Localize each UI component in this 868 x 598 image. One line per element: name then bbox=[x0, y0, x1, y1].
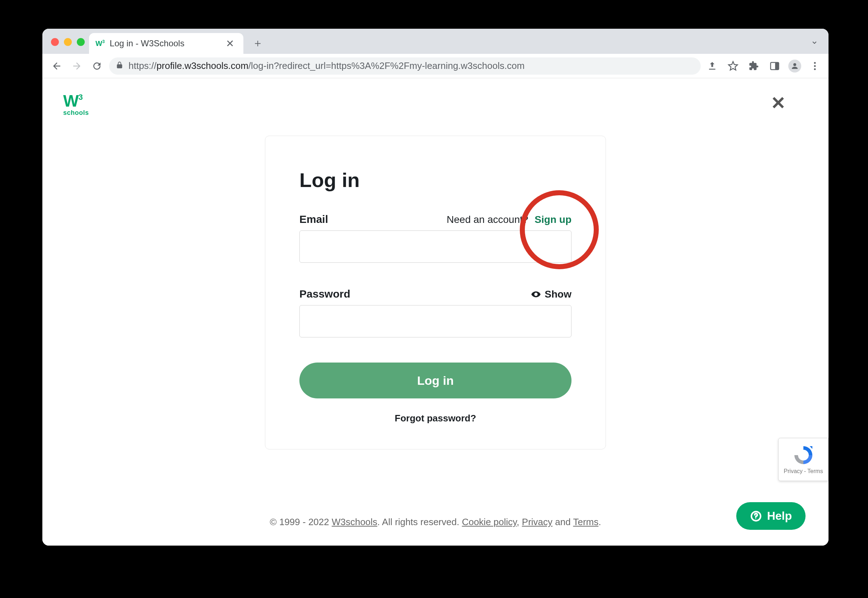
browser-toolbar: https://profile.w3schools.com/log-in?red… bbox=[42, 54, 829, 78]
recaptcha-icon bbox=[793, 444, 814, 466]
footer-brand-link[interactable]: W3schools bbox=[332, 517, 377, 527]
sidepanel-button[interactable] bbox=[768, 59, 782, 73]
email-label: Email bbox=[299, 213, 328, 226]
recaptcha-links: Privacy-Terms bbox=[784, 468, 823, 474]
tab-favicon-icon: W3 bbox=[96, 39, 105, 48]
window-minimize-button[interactable] bbox=[64, 38, 72, 46]
login-card: Log in Email Need an account? Sign up Pa… bbox=[265, 136, 606, 449]
lock-icon bbox=[116, 60, 124, 72]
profile-button[interactable] bbox=[788, 60, 801, 73]
cookie-policy-link[interactable]: Cookie policy bbox=[462, 517, 517, 527]
logo-subtext: schools bbox=[63, 109, 89, 117]
recaptcha-privacy-link[interactable]: Privacy bbox=[784, 468, 802, 474]
browser-menu-button[interactable] bbox=[808, 59, 822, 73]
tabstrip-chevron-icon[interactable]: ⌄ bbox=[811, 35, 819, 46]
tab-title: Log in - W3Schools bbox=[110, 39, 218, 48]
privacy-link[interactable]: Privacy bbox=[522, 517, 553, 527]
window-close-button[interactable] bbox=[51, 38, 59, 46]
page-close-button[interactable] bbox=[771, 96, 786, 111]
svg-rect-1 bbox=[775, 63, 778, 70]
login-title: Log in bbox=[299, 168, 572, 192]
svg-point-4 bbox=[814, 68, 816, 70]
new-tab-button[interactable]: ＋ bbox=[251, 36, 265, 50]
back-button[interactable] bbox=[49, 58, 64, 74]
terms-link[interactable]: Terms bbox=[573, 517, 598, 527]
svg-point-3 bbox=[814, 65, 816, 67]
url-text: https://profile.w3schools.com/log-in?red… bbox=[128, 60, 694, 72]
email-field-block: Email Need an account? Sign up bbox=[299, 213, 572, 263]
eye-icon bbox=[531, 289, 541, 299]
extensions-button[interactable] bbox=[747, 59, 761, 73]
need-account-text: Need an account? Sign up bbox=[447, 214, 572, 226]
svg-point-2 bbox=[814, 62, 816, 64]
password-input[interactable] bbox=[299, 305, 572, 338]
tab-close-button[interactable]: ✕ bbox=[223, 36, 237, 51]
help-button[interactable]: Help bbox=[736, 502, 805, 530]
footer-text: © 1999 - 2022 W3schools. All rights rese… bbox=[270, 517, 601, 528]
help-icon bbox=[750, 510, 762, 522]
address-bar[interactable]: https://profile.w3schools.com/log-in?red… bbox=[109, 57, 701, 75]
svg-marker-9 bbox=[810, 446, 813, 449]
browser-titlebar: W3 Log in - W3Schools ✕ ＋ ⌄ bbox=[42, 29, 829, 54]
window-maximize-button[interactable] bbox=[77, 38, 85, 46]
recaptcha-terms-link[interactable]: Terms bbox=[807, 468, 823, 474]
svg-point-8 bbox=[755, 518, 756, 519]
bookmark-button[interactable] bbox=[726, 59, 740, 73]
show-password-toggle[interactable]: Show bbox=[531, 289, 572, 300]
forgot-password-link[interactable]: Forgot password? bbox=[299, 413, 572, 424]
password-label: Password bbox=[299, 288, 350, 300]
email-input[interactable] bbox=[299, 230, 572, 263]
page-content: W 3 schools Log in Email Need an account… bbox=[42, 78, 829, 546]
w3schools-logo[interactable]: W 3 schools bbox=[63, 93, 89, 117]
browser-tab[interactable]: W3 Log in - W3Schools ✕ bbox=[89, 33, 244, 54]
logo-exponent: 3 bbox=[78, 93, 82, 101]
window-controls bbox=[51, 38, 85, 46]
share-button[interactable] bbox=[705, 59, 719, 73]
logo-mark: W bbox=[63, 93, 78, 109]
reload-button[interactable] bbox=[89, 58, 105, 74]
password-field-block: Password Show bbox=[299, 288, 572, 338]
forward-button[interactable] bbox=[69, 58, 85, 74]
login-submit-button[interactable]: Log in bbox=[299, 363, 572, 398]
browser-window: W3 Log in - W3Schools ✕ ＋ ⌄ bbox=[42, 29, 829, 546]
recaptcha-badge[interactable]: Privacy-Terms bbox=[778, 438, 829, 481]
signup-link[interactable]: Sign up bbox=[535, 214, 572, 225]
